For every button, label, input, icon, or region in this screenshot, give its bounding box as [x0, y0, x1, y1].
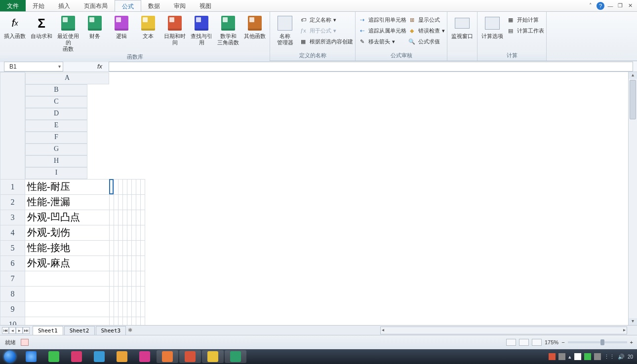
row-header[interactable]: 10 [0, 317, 25, 325]
zoom-in-icon[interactable]: + [630, 339, 633, 345]
taskbar-item[interactable] [66, 350, 87, 363]
cell[interactable] [131, 179, 136, 194]
cell[interactable] [136, 240, 140, 255]
sheet-tab[interactable]: Sheet1 [33, 326, 63, 335]
cell[interactable]: 外观-划伤 [25, 225, 110, 240]
taskbar-item[interactable] [157, 350, 178, 363]
cell[interactable] [140, 255, 145, 271]
cell[interactable] [114, 301, 118, 317]
tab-file[interactable]: 文件 [0, 0, 26, 11]
cell[interactable] [109, 271, 114, 286]
cell[interactable] [122, 301, 127, 317]
sheet-tab[interactable]: Sheet3 [96, 326, 126, 335]
sheet-tab[interactable]: Sheet2 [64, 326, 95, 335]
cell[interactable] [122, 240, 127, 255]
cell[interactable] [118, 194, 122, 210]
cell[interactable] [114, 194, 118, 210]
cell[interactable] [118, 210, 122, 225]
cell[interactable] [118, 240, 122, 255]
cell[interactable] [118, 179, 122, 194]
cell[interactable] [131, 240, 136, 255]
column-header[interactable]: E [25, 120, 87, 132]
cell[interactable] [114, 240, 118, 255]
cell[interactable] [140, 317, 145, 325]
cell[interactable] [109, 286, 114, 301]
cell[interactable] [140, 194, 145, 210]
cell[interactable] [136, 225, 140, 240]
row-header[interactable]: 4 [0, 225, 25, 240]
cell[interactable] [127, 255, 131, 271]
new-sheet-icon[interactable]: ✱ [128, 327, 132, 333]
taskbar-item[interactable] [225, 350, 246, 363]
cell[interactable] [127, 286, 131, 301]
tray-volume-icon[interactable]: 🔊 [618, 354, 625, 360]
cell[interactable] [114, 286, 118, 301]
evaluate-formula-button[interactable]: 🔍公式求值 [407, 36, 445, 47]
window-minimize-icon[interactable]: — [606, 2, 614, 10]
cell[interactable] [114, 179, 118, 194]
tray-icon[interactable] [558, 353, 565, 360]
taskbar-item[interactable] [20, 350, 42, 363]
cell[interactable] [122, 271, 127, 286]
cell[interactable] [118, 301, 122, 317]
tray-flag-icon[interactable] [574, 353, 581, 360]
cell[interactable] [136, 286, 140, 301]
define-name-button[interactable]: 🏷定义名称 ▾ [299, 14, 353, 25]
column-header[interactable]: I [25, 167, 87, 179]
cell[interactable]: 性能-耐压 [25, 179, 110, 194]
taskbar-item[interactable] [88, 350, 110, 363]
cell[interactable] [140, 210, 145, 225]
zoom-slider[interactable] [568, 341, 627, 343]
row-header[interactable]: 7 [0, 271, 25, 286]
zoom-level[interactable]: 175% [545, 339, 558, 345]
tab-insert[interactable]: 插入 [51, 0, 77, 11]
cell[interactable] [109, 179, 114, 194]
fx-icon[interactable]: fx [93, 63, 107, 70]
calculate-now-button[interactable]: ▦开始计算 [506, 14, 544, 25]
cell[interactable] [131, 225, 136, 240]
cell[interactable] [127, 317, 131, 325]
cell[interactable] [25, 271, 110, 286]
cell[interactable] [118, 255, 122, 271]
watch-window-button[interactable]: 监视窗口 [449, 13, 475, 39]
cell[interactable] [122, 255, 127, 271]
tab-nav-first-icon[interactable]: ⏮ [2, 327, 9, 334]
calculation-options-button[interactable]: 计算选项 [479, 13, 505, 39]
cell[interactable] [109, 225, 114, 240]
trace-dependents-button[interactable]: ⇠追踪从属单元格 [358, 25, 406, 36]
cell[interactable] [127, 194, 131, 210]
cell[interactable] [118, 225, 122, 240]
column-header[interactable]: D [25, 108, 87, 120]
cell[interactable] [122, 286, 127, 301]
autosum-button[interactable]: Σ 自动求和 [29, 13, 54, 39]
cell[interactable] [25, 317, 110, 325]
text-button[interactable]: 文本 [135, 13, 161, 39]
column-header[interactable]: H [25, 155, 87, 167]
tab-data[interactable]: 数据 [141, 0, 167, 11]
window-close-icon[interactable]: ✕ [626, 2, 634, 10]
cell[interactable] [109, 317, 114, 325]
cell[interactable]: 性能-接地 [25, 240, 110, 255]
logical-button[interactable]: 逻辑 [109, 13, 134, 39]
row-header[interactable]: 2 [0, 194, 25, 210]
row-header[interactable]: 5 [0, 240, 25, 255]
cell[interactable] [109, 210, 114, 225]
column-header[interactable]: F [25, 132, 87, 144]
tab-home[interactable]: 开始 [26, 0, 51, 11]
row-header[interactable]: 6 [0, 255, 25, 271]
recent-functions-button[interactable]: 最近使用的 函数 [55, 13, 81, 52]
lookup-button[interactable]: 查找与引用 [189, 13, 214, 46]
cell[interactable]: 外观-麻点 [25, 255, 110, 271]
cell[interactable] [118, 286, 122, 301]
remove-arrows-button[interactable]: ✎移去箭头 ▾ [358, 36, 406, 47]
tray-network-icon[interactable] [594, 353, 601, 360]
cell[interactable] [136, 255, 140, 271]
cell[interactable] [131, 286, 136, 301]
row-header[interactable]: 8 [0, 286, 25, 301]
cell[interactable] [127, 210, 131, 225]
tab-review[interactable]: 审阅 [167, 0, 193, 11]
start-button[interactable] [0, 349, 20, 364]
help-icon[interactable]: ? [597, 2, 604, 10]
ribbon-minimize-icon[interactable]: ˄ [587, 2, 595, 10]
cell[interactable] [109, 240, 114, 255]
